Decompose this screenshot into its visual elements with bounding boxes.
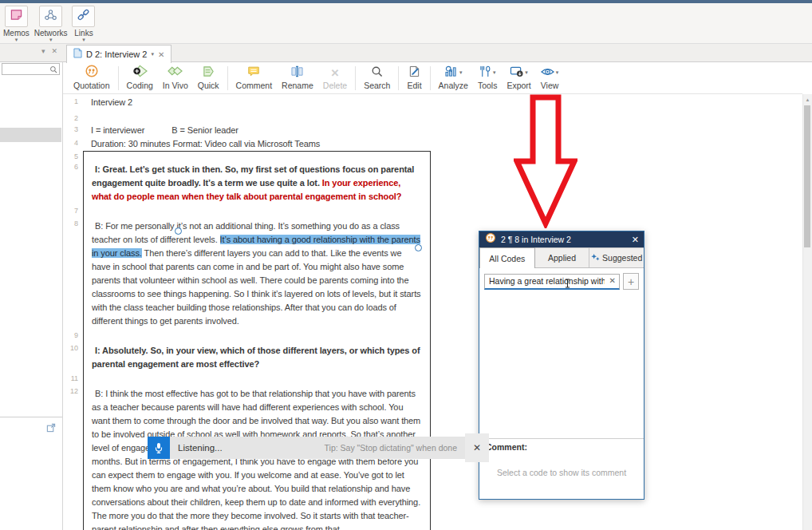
edit-icon bbox=[408, 65, 420, 81]
dialog-close-icon[interactable]: ✕ bbox=[632, 235, 639, 245]
text-cursor bbox=[565, 277, 570, 291]
document-line: 10I: Absolutely. So, in your view, which… bbox=[62, 342, 445, 373]
toolbar-label: Quick bbox=[198, 81, 219, 90]
dropdown-caret-icon[interactable]: ▾ bbox=[493, 70, 496, 75]
app-window: Memos▾Networks▾Links▾ ▾ ✕ D 2: Interview… bbox=[0, 0, 812, 530]
quotation-icon bbox=[85, 65, 98, 81]
line-number: 5 bbox=[62, 151, 83, 161]
dropdown-caret-icon[interactable]: ▾ bbox=[82, 38, 85, 42]
toolbar-button-tools[interactable]: ▾Tools bbox=[473, 66, 503, 90]
toolbar-label: Analyze bbox=[439, 81, 468, 90]
comment-icon bbox=[247, 65, 260, 81]
scrollbar-thumb[interactable] bbox=[804, 105, 810, 247]
toolbar-button-in-vivo[interactable]: In Vivo bbox=[158, 66, 193, 90]
microphone-icon[interactable] bbox=[148, 437, 170, 459]
line-number: 10 bbox=[62, 342, 83, 373]
document-toolbar: QuotationCodingIn VivoQuickCommentRename… bbox=[69, 62, 563, 93]
toolbar-button-edit[interactable]: Edit bbox=[402, 66, 426, 90]
document-text[interactable]: I = interviewerB = Senior leader bbox=[83, 124, 431, 137]
toolbar-label: Delete bbox=[323, 81, 347, 90]
analyze-icon bbox=[444, 65, 458, 81]
tab-close-icon[interactable]: ✕ bbox=[158, 50, 164, 59]
tab-document[interactable]: D 2: Interview 2 ▾ ✕ bbox=[66, 45, 171, 63]
add-code-button[interactable]: + bbox=[623, 273, 639, 290]
document-line: 5 bbox=[62, 151, 445, 161]
toolbar-button-export[interactable]: ▾Export bbox=[502, 66, 535, 90]
red-down-arrow-annotation bbox=[514, 94, 577, 231]
toolbar-button-quick[interactable]: Quick bbox=[193, 66, 224, 90]
toolbar-button-coding[interactable]: Coding bbox=[122, 66, 158, 90]
coding-dialog-header[interactable]: 2 ¶ 8 in Interview 2 ✕ bbox=[479, 231, 644, 247]
selection-end-handle[interactable] bbox=[415, 244, 422, 251]
document-text[interactable]: Interview 2 bbox=[83, 96, 431, 113]
toolbar-label: Coding bbox=[127, 81, 153, 90]
dictation-status-bar: Listening... Tip: Say "Stop dictating" w… bbox=[170, 437, 465, 459]
line-number: 4 bbox=[62, 137, 83, 151]
toolbar-label: Comment bbox=[236, 81, 273, 90]
selection-start-handle[interactable] bbox=[175, 227, 182, 235]
toolbar-button-comment[interactable]: Comment bbox=[231, 66, 278, 90]
toolbar-label: In Vivo bbox=[163, 81, 188, 90]
dialog-tab-suggested[interactable]: Suggested bbox=[589, 247, 644, 267]
toolbar-label: Search bbox=[364, 81, 390, 90]
dropdown-caret-icon[interactable]: ▾ bbox=[459, 70, 463, 75]
toolbar-button-search[interactable]: Search bbox=[359, 66, 395, 90]
dialog-tab-all-codes[interactable]: All Codes bbox=[479, 247, 535, 268]
toolbar-separator bbox=[118, 66, 119, 90]
toolbar-button-quotation[interactable]: Quotation bbox=[69, 66, 115, 90]
document-view[interactable]: 1Interview 223I = interviewerB = Senior … bbox=[62, 96, 445, 530]
scroll-up-arrow-icon[interactable]: ▲ bbox=[803, 94, 812, 102]
open-in-new-window-icon[interactable] bbox=[46, 421, 56, 436]
transcript-paragraph[interactable]: I: Great. Let’s get stuck in then. So, m… bbox=[83, 161, 431, 205]
toolbar-label: Rename bbox=[282, 81, 313, 90]
dialog-tab-applied[interactable]: Applied bbox=[535, 247, 590, 267]
code-name-input[interactable] bbox=[484, 274, 620, 290]
line-number: 1 bbox=[62, 96, 83, 113]
search-icon bbox=[371, 65, 383, 81]
tools-icon bbox=[479, 65, 491, 81]
ribbon-button-memos[interactable]: Memos▾ bbox=[3, 3, 30, 42]
panel-dropdown-caret-icon[interactable]: ▾ bbox=[41, 47, 45, 55]
comment-placeholder: Select a code to show its comment bbox=[486, 468, 637, 477]
coding-dialog-tabs: All CodesAppliedSuggested bbox=[479, 247, 644, 268]
toolbar-label: Tools bbox=[478, 81, 498, 90]
line-number: 3 bbox=[62, 124, 83, 137]
tab-dropdown-caret-icon[interactable]: ▾ bbox=[151, 52, 154, 57]
speaker-key-right: B = Senior leader bbox=[171, 125, 238, 135]
code-input-row: ✕ + bbox=[479, 268, 644, 294]
clear-input-icon[interactable]: ✕ bbox=[609, 276, 616, 285]
transcript-paragraph[interactable]: I: Absolutely. So, in your view, which o… bbox=[83, 342, 431, 373]
speaker-key-left: I = interviewer bbox=[91, 125, 144, 135]
toolbar-separator bbox=[430, 66, 431, 90]
dropdown-caret-icon[interactable]: ▾ bbox=[49, 38, 53, 42]
search-icon bbox=[49, 65, 57, 73]
dropdown-caret-icon[interactable]: ▾ bbox=[556, 70, 559, 75]
blank-line bbox=[83, 113, 431, 124]
dropdown-caret-icon[interactable]: ▾ bbox=[15, 38, 18, 42]
line-number: 6 bbox=[62, 161, 83, 205]
transcript-paragraph[interactable]: B: For me personally it’s not an additio… bbox=[83, 218, 431, 330]
document-line: 1Interview 2 bbox=[62, 96, 445, 113]
ribbon-button-networks[interactable]: Networks▾ bbox=[34, 3, 68, 42]
panel-close-icon[interactable]: ✕ bbox=[52, 47, 58, 55]
toolbar-button-delete: ✕Delete bbox=[318, 66, 352, 90]
sidebar-section-divider bbox=[0, 417, 62, 417]
quotation-icon bbox=[484, 231, 497, 247]
toolbar-label: View bbox=[541, 81, 559, 90]
sidebar-search-input[interactable] bbox=[2, 63, 60, 75]
view-icon bbox=[541, 65, 554, 80]
toolbar-button-rename[interactable]: Rename bbox=[277, 66, 318, 90]
ribbon-button-links[interactable]: Links▾ bbox=[72, 3, 95, 42]
code-list-area[interactable] bbox=[479, 294, 644, 438]
panel-controls: ▾ ✕ bbox=[41, 47, 57, 55]
toolbar-button-view[interactable]: ▾View bbox=[536, 66, 564, 90]
toolbar-divider bbox=[63, 93, 802, 94]
toolbar-label: Edit bbox=[407, 81, 421, 90]
dictation-close-icon[interactable]: ✕ bbox=[465, 433, 489, 462]
sidebar-selected-row[interactable] bbox=[0, 128, 61, 142]
toolbar-button-analyze[interactable]: ▾Analyze bbox=[434, 66, 473, 90]
dictation-tip: Tip: Say "Stop dictating" when done bbox=[325, 443, 457, 453]
line-number: 8 bbox=[62, 218, 83, 330]
dropdown-caret-icon[interactable]: ▾ bbox=[525, 70, 528, 75]
document-text[interactable]: Duration: 30 minutes Format: Video call … bbox=[83, 137, 431, 151]
